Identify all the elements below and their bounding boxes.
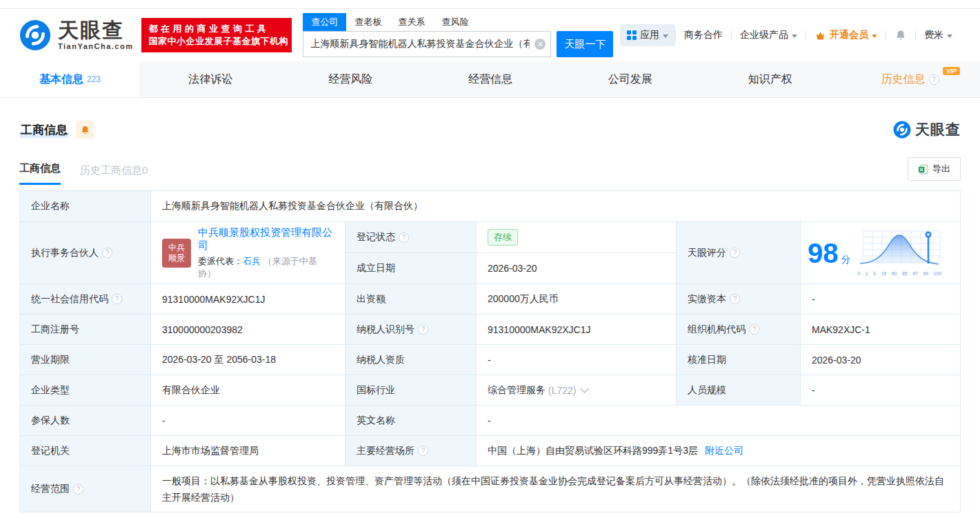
tab-operating-risk[interactable]: 经营风险 bbox=[281, 61, 421, 97]
reg-status-label: 登记状态 ? bbox=[346, 222, 477, 252]
status-badge: 存续 bbox=[488, 229, 518, 246]
tab-label: 法律诉讼 bbox=[188, 72, 232, 87]
logo-line1: 中兵 bbox=[168, 243, 185, 253]
slogan-banner: 都在用的商业查询工具 国家中小企业发展子基金旗下机构 bbox=[141, 18, 292, 52]
business-info-table: 企业名称 上海顺新具身智能机器人私募投资基金合伙企业（有限合伙） 执行事务合伙人… bbox=[19, 190, 961, 512]
capital-label: 出资额 bbox=[346, 284, 477, 314]
search-tab-boss[interactable]: 查老板 bbox=[346, 13, 390, 31]
top-divider bbox=[0, 0, 980, 9]
export-button[interactable]: 导出 bbox=[908, 157, 961, 181]
apps-grid-icon bbox=[627, 30, 637, 40]
approve-value: 2026-03-20 bbox=[801, 345, 960, 375]
engname-value: - bbox=[477, 406, 960, 435]
vip-menu[interactable]: 开通会员 bbox=[806, 29, 886, 41]
partner-company-link[interactable]: 中兵顺景股权投资管理有限公司 bbox=[198, 226, 334, 252]
search-input[interactable] bbox=[303, 31, 551, 57]
crown-icon bbox=[814, 30, 826, 41]
scope-value: 一般项目：以私募基金从事股权投资、投资管理、资产管理等活动（须在中国证券投资基金… bbox=[151, 466, 960, 512]
uscc-value: 91310000MAK92XJC1J bbox=[151, 284, 346, 314]
cooperation-link[interactable]: 商务合作 bbox=[676, 29, 731, 41]
help-icon[interactable]: ? bbox=[102, 248, 112, 258]
label-text: 执行事务合伙人 bbox=[31, 247, 99, 259]
capital-value: 200000万人民币 bbox=[477, 284, 677, 314]
tab-label: 知识产权 bbox=[748, 72, 792, 87]
help-icon[interactable]: ? bbox=[749, 324, 759, 335]
excel-icon bbox=[918, 164, 928, 175]
table-row: 登记机关 上海市市场监督管理局 主要经营场所 ? 中国（上海）自由贸易试验区环科… bbox=[20, 435, 960, 466]
label-text: 经营范围 bbox=[31, 483, 70, 495]
tab-company-development[interactable]: 公司发展 bbox=[560, 61, 700, 97]
cooperation-label: 商务合作 bbox=[684, 29, 723, 41]
help-icon[interactable]: ? bbox=[730, 294, 740, 304]
chevron-down-icon[interactable] bbox=[581, 384, 590, 393]
score-axis-labels: 01 315 5085 9799 100 bbox=[857, 271, 941, 276]
subscribe-button[interactable] bbox=[76, 121, 94, 139]
paidin-value: - bbox=[801, 284, 960, 314]
address-text: 中国（上海）自由贸易试验区环科路999弄1号3层 bbox=[488, 445, 698, 457]
enterprise-menu[interactable]: 企业级产品 bbox=[732, 29, 806, 41]
help-icon[interactable]: ? bbox=[730, 248, 740, 258]
site-logo[interactable]: 天眼查 TianYanCha.com bbox=[19, 19, 133, 51]
help-icon[interactable]: ? bbox=[73, 484, 83, 495]
help-icon[interactable]: ? bbox=[112, 294, 122, 304]
label-text: 统一社会信用代码 bbox=[31, 293, 108, 306]
apps-menu[interactable]: 应用 bbox=[620, 24, 675, 46]
term-value: 2026-03-20 至 2056-03-18 bbox=[151, 345, 346, 375]
subtab-history-business-info[interactable]: 历史工商信息0 bbox=[80, 164, 148, 185]
table-row: 参保人数 - 英文名称 - bbox=[20, 405, 960, 435]
search-button[interactable]: 天眼一下 bbox=[557, 31, 613, 57]
regno-value: 310000000203982 bbox=[151, 315, 346, 344]
rep-name-link[interactable]: 石兵 bbox=[243, 256, 261, 266]
search-tab-relation[interactable]: 查关系 bbox=[390, 13, 433, 31]
site-header: 天眼查 TianYanCha.com 都在用的商业查询工具 国家中小企业发展子基… bbox=[0, 9, 980, 61]
search-tab-company[interactable]: 查公司 bbox=[303, 13, 346, 31]
staff-label: 人员规模 bbox=[677, 375, 801, 405]
table-row: 统一社会信用代码 ? 91310000MAK92XJC1J 出资额 200000… bbox=[20, 283, 960, 314]
help-icon[interactable]: ? bbox=[929, 74, 939, 85]
vip-badge: VIP bbox=[943, 67, 960, 75]
tab-basic-info[interactable]: 基本信息 223 bbox=[0, 61, 141, 97]
tab-intellectual-property[interactable]: 知识产权 bbox=[700, 61, 840, 97]
chevron-down-icon bbox=[872, 34, 877, 38]
industry-label: 国标行业 bbox=[346, 375, 477, 405]
tab-label: 经营风险 bbox=[328, 72, 372, 87]
partner-company-logo: 中兵 顺景 bbox=[162, 239, 191, 268]
table-row: 企业类型 有限合伙企业 国标行业 综合管理服务 (L722) 人员规模 - bbox=[20, 375, 960, 405]
logo-title: 天眼查 bbox=[58, 20, 133, 41]
username: 费米 bbox=[924, 29, 943, 41]
engname-label: 英文名称 bbox=[346, 406, 477, 435]
approve-label: 核准日期 bbox=[677, 345, 801, 375]
label-text: 登记状态 bbox=[357, 231, 395, 243]
help-icon[interactable]: ? bbox=[418, 324, 428, 335]
search-tabs: 查公司 查老板 查关系 查风险 bbox=[303, 13, 613, 31]
header-nav: 应用 商务合作 企业级产品 开通会员 费米 bbox=[620, 24, 961, 46]
help-icon[interactable]: ? bbox=[418, 446, 428, 456]
partner-label: 执行事务合伙人 ? bbox=[20, 222, 151, 283]
user-menu[interactable]: 费米 bbox=[916, 29, 961, 41]
insured-value: - bbox=[151, 406, 346, 435]
company-tab-bar: 基本信息 223 法律诉讼 经营风险 经营信息 公司发展 知识产权 VIP 历史… bbox=[0, 61, 980, 98]
label-text: 实缴资本 bbox=[688, 293, 726, 306]
establish-date-label: 成立日期 bbox=[346, 253, 477, 283]
chevron-down-icon bbox=[663, 34, 668, 38]
score-cell[interactable]: 98 分 bbox=[801, 222, 960, 283]
tab-count: 223 bbox=[87, 74, 101, 84]
score-value: 98 bbox=[808, 238, 839, 268]
nearby-companies-link[interactable]: 附近公司 bbox=[705, 445, 743, 457]
label-text: 组织机构代码 bbox=[688, 323, 746, 336]
tab-legal[interactable]: 法律诉讼 bbox=[141, 61, 281, 97]
enterprise-label: 企业级产品 bbox=[740, 29, 788, 41]
vip-label: 开通会员 bbox=[830, 29, 868, 41]
tab-operating-info[interactable]: 经营信息 bbox=[421, 61, 561, 97]
taxqual-value: - bbox=[477, 345, 677, 375]
taxid-value: 91310000MAK92XJC1J bbox=[477, 315, 677, 344]
subtab-business-info[interactable]: 工商信息 bbox=[19, 162, 61, 185]
score-label: 天眼评分 ? bbox=[677, 222, 801, 283]
tianyancha-swirl-icon bbox=[893, 121, 911, 139]
chevron-down-icon bbox=[792, 34, 797, 38]
help-icon[interactable]: ? bbox=[399, 232, 409, 243]
search-tab-risk[interactable]: 查风险 bbox=[433, 13, 477, 31]
orgcode-value: MAK92XJC-1 bbox=[801, 315, 960, 344]
notifications-button[interactable] bbox=[886, 29, 915, 41]
tab-history-info[interactable]: VIP 历史信息 ? bbox=[840, 61, 980, 97]
